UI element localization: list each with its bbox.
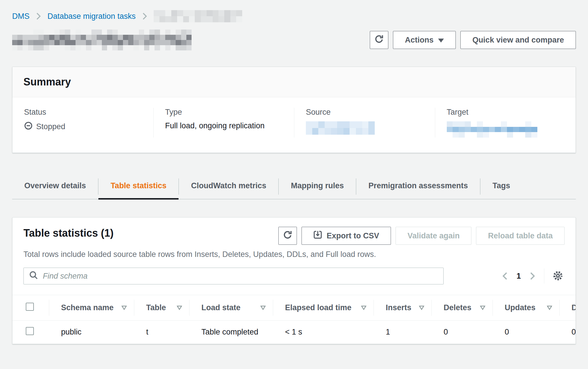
breadcrumb: DMS Database migration tasks xyxy=(12,10,576,23)
quick-view-and-compare-button[interactable]: Quick view and compare xyxy=(460,31,576,49)
sort-icon[interactable] xyxy=(260,305,266,310)
summary-col-type: Type Full load, ongoing replication xyxy=(153,108,294,138)
status-value: Stopped xyxy=(36,122,65,131)
task-detail-tabs: Overview details Table statistics CloudW… xyxy=(12,174,576,199)
cell-deletes: 0 xyxy=(431,321,493,344)
summary-panel-header: Summary xyxy=(12,67,576,97)
cell-load-state: Table completed xyxy=(189,321,273,344)
pagination: 1 xyxy=(501,268,565,284)
row-checkbox[interactable] xyxy=(26,327,34,335)
target-label: Target xyxy=(447,108,567,117)
type-label: Type xyxy=(165,108,286,117)
search-icon xyxy=(29,271,38,282)
sort-icon[interactable] xyxy=(177,305,182,310)
column-header-inserts[interactable]: Inserts xyxy=(374,295,431,321)
table-statistics-title: Table statistics (1) xyxy=(23,227,113,240)
sort-icon[interactable] xyxy=(480,305,486,310)
reload-button-label: Reload table data xyxy=(488,231,553,240)
column-header-ddls-clipped[interactable]: D xyxy=(559,295,576,321)
refresh-button[interactable] xyxy=(370,31,388,49)
tab-table-statistics[interactable]: Table statistics xyxy=(98,174,179,199)
cell-ddls-clipped: 0 xyxy=(559,321,576,344)
dms-task-page: DMS Database migration tasks Actions xyxy=(0,0,588,369)
table-statistics-table: Schema name Table xyxy=(12,295,576,344)
quick-view-button-label: Quick view and compare xyxy=(472,36,564,45)
caret-down-icon xyxy=(438,36,444,45)
sort-icon[interactable] xyxy=(419,305,425,310)
table-statistics-buttons: Export to CSV Validate again Reload tabl… xyxy=(278,227,565,245)
cell-inserts: 1 xyxy=(374,321,431,344)
column-header-elapsed-load-time[interactable]: Elapsed load time xyxy=(273,295,374,321)
header-buttons: Actions Quick view and compare xyxy=(370,31,576,49)
page-header: Actions Quick view and compare xyxy=(12,30,576,50)
refresh-icon xyxy=(374,34,384,46)
tab-mapping-rules[interactable]: Mapping rules xyxy=(279,174,356,199)
type-value: Full load, ongoing replication xyxy=(165,121,265,130)
cell-updates: 0 xyxy=(493,321,559,344)
cell-table: t xyxy=(134,321,189,344)
reload-table-data-button[interactable]: Reload table data xyxy=(476,227,565,245)
table-statistics-description: Total rows include loaded source table r… xyxy=(23,250,565,259)
source-value-redacted[interactable] xyxy=(306,121,375,135)
column-header-updates[interactable]: Updates xyxy=(493,295,559,321)
summary-title: Summary xyxy=(23,76,565,88)
tab-overview-details[interactable]: Overview details xyxy=(12,174,98,199)
schema-search-box xyxy=(23,268,444,284)
cell-elapsed-load-time: < 1 s xyxy=(273,321,374,344)
actions-button-label: Actions xyxy=(405,36,433,45)
table-settings-button[interactable] xyxy=(552,270,563,282)
gear-icon xyxy=(552,270,563,282)
previous-page-button[interactable] xyxy=(501,272,508,280)
actions-button[interactable]: Actions xyxy=(393,31,456,49)
summary-panel: Summary Status Stopped Type Full load, o… xyxy=(12,67,576,153)
pagination-divider xyxy=(544,268,544,284)
export-download-icon xyxy=(313,231,322,241)
table-row[interactable]: public t Table completed < 1 s 1 0 0 0 xyxy=(12,321,576,344)
table-statistics-panel: Table statistics (1) xyxy=(12,217,576,344)
status-label: Status xyxy=(24,108,145,117)
page-title-redacted xyxy=(12,30,192,50)
target-value-redacted[interactable] xyxy=(447,121,537,138)
refresh-icon xyxy=(283,230,293,242)
tab-premigration-assessments[interactable]: Premigration assessments xyxy=(356,174,480,199)
sort-icon[interactable] xyxy=(361,305,367,310)
find-schema-input[interactable] xyxy=(42,271,438,281)
export-to-csv-button[interactable]: Export to CSV xyxy=(302,227,391,245)
source-label: Source xyxy=(306,108,426,117)
sort-icon[interactable] xyxy=(547,305,552,310)
validate-button-label: Validate again xyxy=(407,231,460,240)
export-button-label: Export to CSV xyxy=(327,231,379,240)
summary-col-status: Status Stopped xyxy=(12,108,153,138)
column-header-schema-name[interactable]: Schema name xyxy=(49,295,134,321)
summary-col-source: Source xyxy=(294,108,435,138)
chevron-right-icon xyxy=(35,12,42,20)
validate-again-button[interactable]: Validate again xyxy=(396,227,471,245)
filter-row: 1 xyxy=(23,268,565,284)
column-header-deletes[interactable]: Deletes xyxy=(431,295,493,321)
stopped-status-icon xyxy=(24,121,33,132)
chevron-right-icon xyxy=(142,12,148,20)
sort-icon[interactable] xyxy=(121,305,127,310)
cell-schema-name: public xyxy=(49,321,134,344)
select-all-checkbox[interactable] xyxy=(26,303,34,311)
summary-body: Status Stopped Type Full load, ongoing r… xyxy=(12,97,576,153)
table-header-row: Schema name Table xyxy=(12,295,576,321)
column-header-table[interactable]: Table xyxy=(134,295,189,321)
breadcrumb-redacted-task-name xyxy=(154,10,242,22)
tab-tags[interactable]: Tags xyxy=(480,174,522,199)
next-page-button[interactable] xyxy=(529,272,536,280)
breadcrumb-link-tasks[interactable]: Database migration tasks xyxy=(47,12,136,21)
tab-cloudwatch-metrics[interactable]: CloudWatch metrics xyxy=(179,174,278,199)
breadcrumb-link-dms[interactable]: DMS xyxy=(12,12,30,21)
summary-col-target: Target xyxy=(435,108,576,138)
table-refresh-button[interactable] xyxy=(278,227,297,245)
current-page-number: 1 xyxy=(517,272,521,281)
column-header-load-state[interactable]: Load state xyxy=(189,295,273,321)
